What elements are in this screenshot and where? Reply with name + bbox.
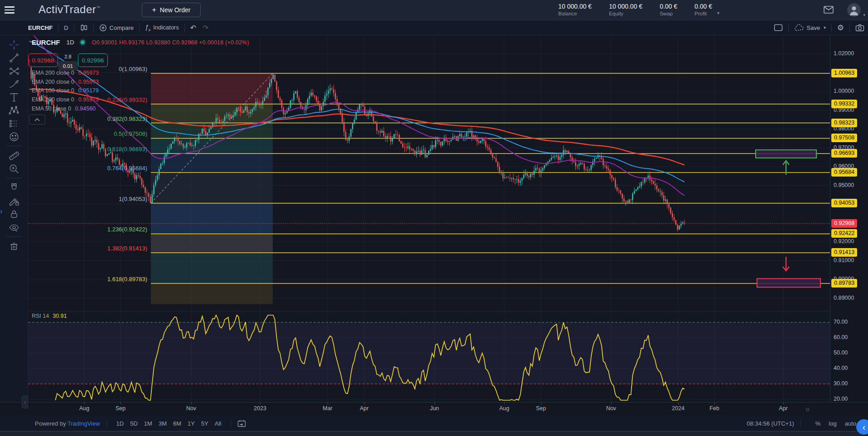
price-tick-label: 0.91000 [834,257,854,264]
range-button-3m[interactable]: 3M [159,420,167,427]
price-tick-label: 1.02000 [834,50,854,57]
fib-price-badge: 0.98323 [831,119,857,127]
powered-by: Powered by TradingView [35,420,100,427]
time-tick-mark [678,402,679,404]
fib-price-badge: 0.97508 [831,134,857,142]
rsi-tick-label: 40.00 [834,365,848,371]
sell-button[interactable]: 0.92968 [28,53,58,67]
indicator-legend-row[interactable]: EMA 50 close 00.94560 [32,104,99,113]
price-tick-label: 1.00000 [834,88,854,94]
time-tick-label: Nov [175,405,207,412]
fib-level-label: 0.764(0.95684) [75,165,147,172]
clock: 08:34:56 (UTC+1) [747,420,794,427]
indicator-legend-row[interactable]: EMA 200 close 00.95973 [32,95,99,104]
rsi-tick-label: 30.00 [834,380,848,387]
range-button-1d[interactable]: 1D [116,420,124,427]
time-axis[interactable]: ☼ AugSepNov2023MarAprJunAugSepNov2024Feb… [0,402,868,416]
scroll-left-fab[interactable]: ‹ [856,419,868,435]
indicator-legend-row[interactable]: EMA 200 close 00.95973 [32,77,99,86]
range-button-5y[interactable]: 5Y [201,420,208,427]
fib-level-label: 1.618(0.89783) [75,276,147,283]
time-tick-label: Sep [525,405,557,412]
fib-price-badge: 0.94053 [831,199,857,207]
rsi-tick-label: 20.00 [834,396,848,402]
legend-collapse-button[interactable] [29,115,45,125]
price-tick-label: 0.95000 [834,182,854,188]
fib-price-badge: 1.00963 [831,69,857,77]
fib-level-label: 1.382(0.91413) [75,245,147,252]
range-buttons: 1D5D1M3M6M1Y5YAll [113,420,225,427]
fib-level-label: 0.618(0.96693) [75,146,147,153]
fib-price-badge: 0.92422 [831,229,857,238]
chart-footer: Powered by TradingView 1D5D1M3M6M1Y5YAll… [0,416,868,431]
time-tick-mark [541,402,541,404]
legend-symbol[interactable]: EURCHF [32,38,60,46]
indicator-legend-row[interactable]: EMA 100 close 00.95179 [32,86,99,96]
go-to-date-icon[interactable] [237,420,246,427]
last-price-badge: 0.92968 [831,219,857,228]
bottom-strip [0,431,868,436]
log-scale-button[interactable]: log [829,420,836,427]
time-tick-label: Aug [68,405,100,412]
time-tick-label: Mar [312,405,343,412]
fib-price-badge: 0.89783 [831,279,857,287]
ohlc-values: O0.93001 H0.93176 L0.92880 C0.92968 +0.0… [92,39,249,46]
chart-legend: EURCHF 1D O0.93001 H0.93176 L0.92880 C0.… [32,38,249,46]
range-button-5d[interactable]: 5D [130,420,138,427]
price-axis[interactable]: 1.020001.000000.990000.980000.970000.960… [830,35,868,431]
time-tick-label: Jun [419,405,450,412]
time-tick-mark [714,402,715,404]
legend-interval[interactable]: 1D [67,39,74,46]
pane-collapse-tab[interactable]: ‹ [22,396,28,408]
time-tick-label: 2024 [662,405,694,412]
range-button-all[interactable]: All [215,420,221,427]
time-tick-mark [434,402,435,404]
time-tick-mark [783,402,784,404]
theme-sun-icon[interactable]: ☼ [805,405,811,412]
time-tick-label: Apr [348,405,380,412]
fib-price-badge: 0.99332 [831,100,857,108]
time-tick-label: Aug [488,405,520,412]
time-tick-mark [504,402,505,404]
price-tick-label: 0.92000 [834,238,854,244]
time-tick-mark [121,402,121,404]
fib-level-label: 1(0.94053) [75,196,147,202]
time-tick-mark [364,402,365,404]
rsi-tick-label: 50.00 [834,350,848,356]
time-tick-mark [84,402,85,404]
fib-price-badge: 0.91413 [831,248,857,257]
tradingview-link[interactable]: TradingView [68,420,100,427]
activtrader-app: ActivTrader™ + New Order 10 000.00 €Bala… [0,0,868,436]
fib-level-label: 0.5(0.97508) [75,130,147,137]
fib-level-label: 1.236(0.92422) [75,226,147,233]
fib-level-label: 0.382(0.98323) [75,115,147,122]
price-tick-label: 0.89000 [834,295,854,301]
rsi-tick-label: 70.00 [834,319,848,325]
time-tick-label: Nov [595,405,627,412]
range-button-6m[interactable]: 6M [173,420,181,427]
range-button-1y[interactable]: 1Y [188,420,195,427]
percent-scale-button[interactable]: % [815,420,821,427]
buy-button[interactable]: 0.92996 [78,53,108,67]
auto-scale-button[interactable]: auto [845,420,856,427]
time-tick-mark [328,402,328,404]
market-status-dot [81,40,85,44]
sidebar-expand-icon[interactable]: › [0,207,2,216]
rsi-legend: RSI 1430.91 [32,313,67,319]
indicator-legend-row[interactable]: EMA 200 close 00.95973 [32,68,99,77]
time-tick-mark [611,402,612,404]
spread-value: 2.8 [58,54,78,59]
time-tick-label: Apr [767,405,799,412]
fib-price-badge: 0.96693 [831,149,857,158]
indicator-legend: EMA 200 close 00.95973EMA 200 close 00.9… [32,68,99,113]
rsi-tick-label: 60.00 [834,334,848,340]
time-tick-mark [191,402,192,404]
time-tick-mark [260,402,260,404]
time-tick-label: Sep [105,405,136,412]
range-button-1m[interactable]: 1M [144,420,152,427]
time-tick-label: 2023 [244,405,276,412]
fib-price-badge: 0.95684 [831,168,857,177]
time-tick-label: Feb [699,405,730,412]
